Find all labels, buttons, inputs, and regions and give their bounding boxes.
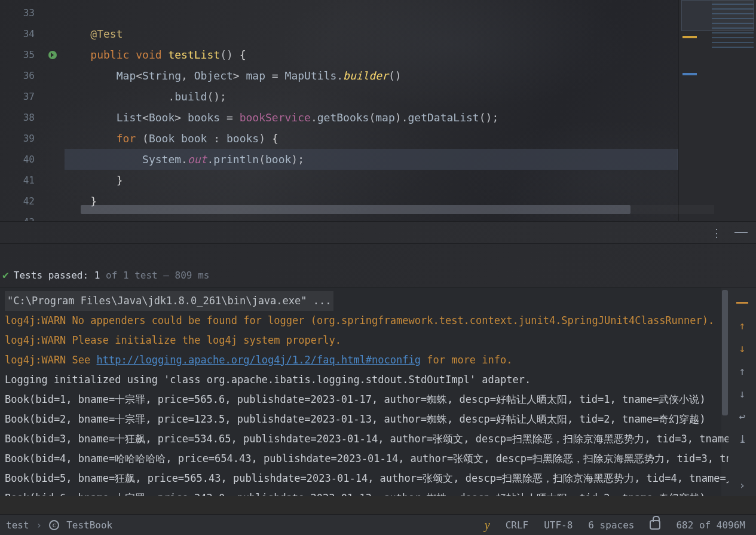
console-line: Book(bid=2, bname=十宗罪, price=123.5, publ…: [5, 409, 729, 429]
line-number: 35: [0, 44, 35, 65]
line-number: 40: [0, 149, 35, 170]
tests-passed-rest: of 1 test – 809 ms: [106, 270, 209, 281]
console-line: log4j:WARN Please initialize the log4j s…: [5, 331, 729, 350]
status-bar: test › c TestBook y CRLF UTF-8 6 spaces …: [0, 514, 756, 535]
minimap-viewport[interactable]: [681, 0, 754, 31]
console-output[interactable]: "C:\Program Files\Java\jdk1.8.0_261\bin\…: [0, 288, 729, 496]
log4j-faq-link[interactable]: http://logging.apache.org/log4j/1.2/faq.…: [97, 354, 421, 366]
code-editor[interactable]: 3334353637383940414243 @Test public void…: [0, 0, 756, 221]
scroll-to-top-icon[interactable]: ↑: [736, 364, 749, 377]
tool-window-header: ⋮: [0, 221, 756, 244]
editor-horizontal-scrollbar-thumb[interactable]: [81, 205, 630, 214]
tests-passed-label: Tests passed:: [14, 270, 88, 281]
code-line[interactable]: [65, 2, 678, 23]
check-icon: ✔: [2, 268, 9, 281]
scroll-to-bottom-icon[interactable]: ↓: [736, 387, 749, 400]
line-number: 34: [0, 23, 35, 44]
console-line: log4j:WARN No appenders could be found f…: [5, 311, 729, 331]
more-options-icon[interactable]: ⋮: [711, 227, 721, 239]
line-number: 36: [0, 65, 35, 86]
code-line[interactable]: @Test: [65, 23, 678, 44]
code-line[interactable]: }: [65, 170, 678, 191]
console-line: Book(bid=1, bname=十宗罪, price=565.6, publ…: [5, 390, 729, 409]
breadcrumb-item[interactable]: test: [6, 519, 29, 531]
minimap[interactable]: [678, 0, 756, 221]
code-line[interactable]: List<Book> books = bookService.getBooks(…: [65, 107, 678, 128]
lock-icon[interactable]: [650, 520, 660, 530]
scroll-to-end-icon[interactable]: ⤓: [736, 432, 749, 445]
console-vertical-scrollbar-thumb[interactable]: [722, 290, 728, 415]
memory-indicator[interactable]: 682 of 4096M: [676, 519, 745, 531]
soft-wrap-icon[interactable]: [736, 296, 749, 309]
code-area[interactable]: @Test public void testList() { Map<Strin…: [65, 0, 678, 221]
expand-console-icon[interactable]: ›: [736, 478, 749, 491]
class-icon: c: [49, 520, 59, 530]
console-panel: "C:\Program Files\Java\jdk1.8.0_261\bin\…: [0, 287, 756, 496]
breadcrumb-item[interactable]: TestBook: [66, 519, 112, 531]
notebook-icon[interactable]: y: [485, 518, 490, 532]
indent-setting[interactable]: 6 spaces: [588, 519, 634, 531]
console-line: Book(bid=6, bname=十宗罪, price=343.0, publ…: [5, 488, 729, 496]
run-test-icon[interactable]: [48, 51, 57, 59]
line-number: 37: [0, 86, 35, 107]
console-line: Book(bid=4, bname=哈哈哈哈哈, price=654.43, p…: [5, 449, 729, 469]
console-line: Book(bid=3, bname=十狂飙, price=534.65, pub…: [5, 429, 729, 449]
line-number: 39: [0, 128, 35, 149]
line-number: 41: [0, 170, 35, 191]
line-number: 38: [0, 107, 35, 128]
minimap-warning-mark[interactable]: [682, 36, 697, 38]
down-stack-icon[interactable]: ↓: [736, 341, 749, 354]
code-line[interactable]: for (Book book : books) {: [65, 128, 678, 149]
tests-passed-count: 1: [94, 270, 100, 281]
line-number: 42: [0, 191, 35, 212]
tests-summary: ✔ Tests passed: 1 of 1 test – 809 ms: [0, 244, 756, 287]
console-toolbar: ↑ ↓ ↑ ↓ ↩ ⤓: [729, 288, 756, 496]
console-line: Book(bid=5, bname=狂飙, price=565.43, publ…: [5, 469, 729, 488]
file-encoding[interactable]: UTF-8: [544, 519, 573, 531]
code-line[interactable]: Map<String, Object> map = MapUtils.build…: [65, 65, 678, 86]
console-vertical-scrollbar[interactable]: [721, 288, 729, 496]
console-line: Logging initialized using 'class org.apa…: [5, 370, 729, 390]
chevron-right-icon: ›: [36, 519, 42, 531]
line-number: 43: [0, 212, 35, 221]
code-line[interactable]: public void testList() {: [65, 44, 678, 65]
line-number: 33: [0, 2, 35, 23]
line-separator[interactable]: CRLF: [506, 519, 529, 531]
breadcrumb[interactable]: test › c TestBook: [0, 519, 112, 531]
command-line: "C:\Program Files\Java\jdk1.8.0_261\bin\…: [5, 291, 333, 311]
minimap-info-mark[interactable]: [682, 73, 697, 75]
code-line[interactable]: System.out.println(book);: [65, 149, 678, 170]
editor-horizontal-scrollbar[interactable]: [81, 205, 714, 214]
up-stack-icon[interactable]: ↑: [736, 319, 749, 332]
code-line[interactable]: .build();: [65, 86, 678, 107]
icon-gutter: [41, 0, 65, 221]
line-number-gutter: 3334353637383940414243: [0, 0, 41, 221]
console-line: "C:\Program Files\Java\jdk1.8.0_261\bin\…: [5, 291, 729, 311]
console-line: log4j:WARN See http://logging.apache.org…: [5, 350, 729, 370]
toggle-wrap-icon[interactable]: ↩: [736, 409, 749, 423]
minimize-tool-window-icon[interactable]: [734, 232, 748, 233]
